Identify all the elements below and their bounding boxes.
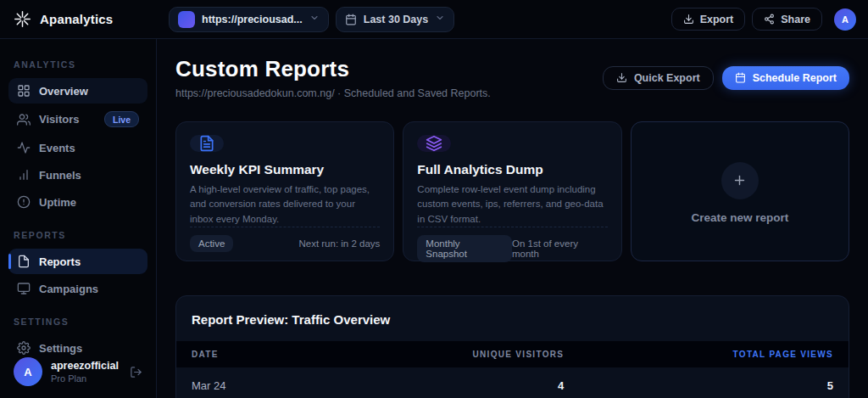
app-root: Apanalytics https://preciousad... Last 3… <box>0 0 868 398</box>
cell-unique-visitors: 4 <box>405 379 564 392</box>
file-icon <box>17 255 31 268</box>
sidebar: ANALYTICS Overview Visitors Live Events <box>0 39 157 398</box>
sidebar-item-label: Uptime <box>39 196 76 209</box>
column-header-total-page-views: TOTAL PAGE VIEWS <box>564 350 833 359</box>
brand: Apanalytics <box>0 10 157 28</box>
status-badge: Active <box>190 235 233 252</box>
sidebar-item-label: Funnels <box>39 169 81 182</box>
card-meta: On 1st of every month <box>512 238 608 259</box>
user-avatar[interactable]: A <box>834 8 856 31</box>
column-header-unique-visitors: UNIQUE VISITORS <box>405 350 564 359</box>
main-content: Custom Reports https://preciousadedokun.… <box>157 39 868 398</box>
report-preview-panel: Report Preview: Traffic Overview DATE UN… <box>175 295 849 398</box>
layers-icon <box>417 135 451 152</box>
sidebar-item-label: Overview <box>39 85 88 98</box>
logout-icon[interactable] <box>130 366 142 378</box>
download-icon <box>683 14 694 25</box>
column-header-date: DATE <box>192 350 405 359</box>
page-title-block: Custom Reports https://preciousadedokun.… <box>175 56 491 99</box>
asterisk-logo-icon <box>14 10 31 28</box>
share-label: Share <box>781 14 810 25</box>
card-title: Full Analytics Dump <box>417 162 607 177</box>
create-report-label: Create new report <box>691 211 788 224</box>
card-footer: Monthly Snapshot On 1st of every month <box>417 227 607 262</box>
live-badge: Live <box>104 111 139 127</box>
calendar-icon <box>345 14 357 25</box>
user-avatar: A <box>14 357 42 386</box>
report-cards: Weekly KPI Summary A high-level overview… <box>175 121 849 261</box>
schedule-report-button[interactable]: Schedule Report <box>722 66 849 90</box>
alert-circle-icon <box>17 195 31 209</box>
sidebar-item-label: Reports <box>39 255 81 268</box>
sidebar-user[interactable]: A apreezofficial Pro Plan <box>0 345 156 398</box>
card-description: A high-level overview of traffic, top pa… <box>190 182 380 227</box>
table-row: Mar 24 4 5 <box>176 367 849 398</box>
users-icon <box>17 113 31 126</box>
card-meta: Next run: in 2 days <box>298 238 380 249</box>
status-badge: Monthly Snapshot <box>417 235 512 262</box>
sidebar-item-events[interactable]: Events <box>8 135 147 160</box>
chevron-down-icon <box>309 13 320 25</box>
cell-date: Mar 24 <box>192 379 405 392</box>
sidebar-item-label: Campaigns <box>39 283 98 295</box>
sidebar-section-reports: REPORTS <box>0 216 156 247</box>
site-favicon <box>178 11 195 28</box>
card-title: Weekly KPI Summary <box>190 162 380 177</box>
site-selector[interactable]: https://preciousad... <box>169 7 329 32</box>
sidebar-item-campaigns[interactable]: Campaigns <box>8 276 147 301</box>
report-card-weekly-kpi[interactable]: Weekly KPI Summary A high-level overview… <box>175 121 394 261</box>
date-range-label: Last 30 Days <box>364 14 428 25</box>
brand-name: Apanalytics <box>40 12 113 26</box>
quick-export-button[interactable]: Quick Export <box>603 66 714 90</box>
date-range-selector[interactable]: Last 30 Days <box>336 7 454 32</box>
site-url-label: https://preciousad... <box>202 14 303 25</box>
sidebar-section-settings: SETTINGS <box>0 303 156 334</box>
report-card-analytics-dump[interactable]: Full Analytics Dump Complete row-level e… <box>403 121 621 261</box>
plus-icon[interactable] <box>721 162 759 199</box>
user-plan: Pro Plan <box>51 373 119 384</box>
page-actions: Quick Export Schedule Report <box>603 66 849 90</box>
sidebar-item-funnels[interactable]: Funnels <box>8 162 147 188</box>
grid-icon <box>17 84 31 98</box>
sidebar-item-overview[interactable]: Overview <box>8 78 147 104</box>
share-icon <box>764 14 775 25</box>
share-button[interactable]: Share <box>752 8 822 31</box>
monitor-icon <box>17 282 31 295</box>
export-label: Export <box>700 14 734 25</box>
create-report-card[interactable]: Create new report <box>631 121 849 261</box>
avatar-initial: A <box>842 14 849 25</box>
page-subtitle: https://preciousadedokun.com.ng/ · Sched… <box>175 87 491 99</box>
chevron-down-icon <box>435 13 445 25</box>
activity-icon <box>17 141 31 154</box>
topbar-controls: https://preciousad... Last 30 Days <box>157 7 868 32</box>
schedule-report-label: Schedule Report <box>753 72 837 84</box>
export-button[interactable]: Export <box>671 8 746 31</box>
sidebar-item-uptime[interactable]: Uptime <box>8 189 147 215</box>
card-footer: Active Next run: in 2 days <box>190 227 380 252</box>
calendar-icon <box>735 72 746 83</box>
card-description: Complete row-level event dump including … <box>417 182 607 227</box>
table-header-row: DATE UNIQUE VISITORS TOTAL PAGE VIEWS <box>176 341 849 367</box>
bar-chart-icon <box>17 168 31 182</box>
sidebar-item-reports[interactable]: Reports <box>8 249 147 274</box>
page-header: Custom Reports https://preciousadedokun.… <box>170 56 849 99</box>
page-title: Custom Reports <box>175 56 491 82</box>
file-text-icon <box>190 135 224 152</box>
sidebar-item-visitors[interactable]: Visitors Live <box>8 105 147 133</box>
topbar: Apanalytics https://preciousad... Last 3… <box>0 0 868 39</box>
quick-export-label: Quick Export <box>634 72 700 84</box>
sidebar-item-label: Events <box>39 142 75 154</box>
cell-total-page-views: 5 <box>564 379 833 392</box>
sidebar-section-analytics: ANALYTICS <box>0 46 156 76</box>
sidebar-item-label: Visitors <box>39 113 79 126</box>
user-name: apreezofficial <box>51 360 119 372</box>
avatar-initial: A <box>24 366 31 378</box>
report-preview-title: Report Preview: Traffic Overview <box>176 296 849 341</box>
download-icon <box>616 72 627 83</box>
user-meta: apreezofficial Pro Plan <box>51 360 119 384</box>
